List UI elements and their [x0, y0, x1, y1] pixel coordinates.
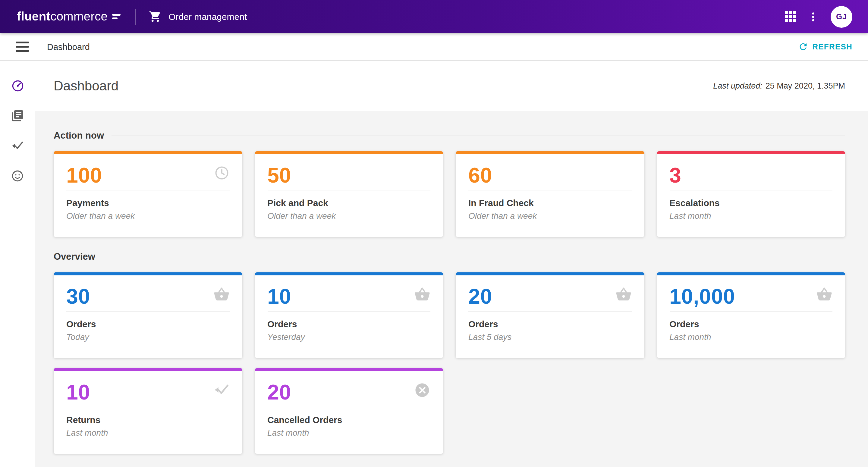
card-body: 10 Returns Last month	[54, 371, 242, 437]
returns-check-icon	[11, 139, 24, 152]
card-value: 50	[267, 161, 291, 189]
card-body: 60 In Fraud Check Older than a week	[456, 154, 644, 221]
card-divider	[66, 407, 229, 407]
sidebar-item-returns-check[interactable]	[7, 137, 28, 155]
last-updated: Last updated: 25 May 2020, 1.35PM	[713, 81, 845, 90]
stat-card[interactable]: 10 Returns Last month	[54, 368, 242, 454]
page-header: Dashboard Last updated: 25 May 2020, 1.3…	[35, 61, 868, 111]
topbar: fluentcommerce Order management GJ	[0, 0, 868, 33]
card-accent-bar	[255, 368, 443, 371]
card-value: 20	[468, 283, 492, 310]
stat-card[interactable]: 10,000 Orders Last month	[657, 272, 845, 358]
section-header: Overview	[54, 251, 845, 262]
stat-card[interactable]: 20 Orders Last 5 days	[456, 272, 644, 358]
card-top: 10	[267, 283, 430, 311]
sidebar	[0, 61, 35, 467]
card-accent-bar	[54, 151, 242, 154]
card-top: 3	[670, 161, 832, 190]
main-area: Dashboard Last updated: 25 May 2020, 1.3…	[35, 61, 868, 467]
card-label: In Fraud Check	[468, 198, 631, 208]
refresh-label: REFRESH	[812, 42, 852, 51]
card-divider	[267, 407, 430, 407]
app-label: Order management	[168, 11, 247, 22]
section-rule	[102, 256, 845, 257]
card-accent-bar	[456, 272, 644, 275]
card-body: 50 Pick and Pack Older than a week	[255, 154, 443, 221]
dashboard-section: Action now 100 Payments Older than a wee…	[54, 130, 845, 237]
last-updated-label: Last updated:	[713, 81, 763, 90]
card-label: Orders	[267, 319, 430, 329]
apps-grid-icon	[783, 9, 798, 24]
card-value: 30	[66, 283, 90, 310]
card-label: Returns	[66, 414, 229, 425]
card-label: Pick and Pack	[267, 198, 430, 208]
stat-card[interactable]: 100 Payments Older than a week	[54, 151, 242, 237]
card-divider	[66, 311, 229, 312]
card-label: Payments	[66, 198, 229, 208]
brand-name-light: commerce	[50, 10, 107, 24]
stat-card[interactable]: 3 Escalations Last month	[657, 151, 845, 237]
card-sublabel: Older than a week	[468, 211, 631, 221]
refresh-button[interactable]: REFRESH	[798, 41, 852, 52]
stat-card[interactable]: 50 Pick and Pack Older than a week	[255, 151, 443, 237]
returns-icon	[213, 382, 229, 398]
section-title: Overview	[54, 251, 95, 262]
card-body: 20 Cancelled Orders Last month	[255, 371, 443, 437]
sidebar-item-library-books[interactable]	[7, 107, 28, 125]
card-top: 20	[468, 283, 631, 311]
card-label: Cancelled Orders	[267, 414, 430, 425]
menu-button[interactable]	[12, 38, 33, 56]
card-divider	[267, 190, 430, 190]
card-top: 30	[66, 283, 229, 311]
card-sublabel: Last 5 days	[468, 332, 631, 342]
dashboard-section: Overview 30 Orders Today 10 Orders Yeste…	[54, 251, 845, 454]
avatar-initials: GJ	[836, 12, 847, 21]
card-label: Orders	[66, 319, 229, 329]
card-sublabel: Last month	[670, 211, 832, 221]
avatar[interactable]: GJ	[831, 6, 852, 27]
card-divider	[670, 311, 832, 312]
refresh-icon	[798, 41, 808, 52]
card-sublabel: Last month	[267, 428, 430, 437]
card-accent-bar	[255, 272, 443, 275]
section-header: Action now	[54, 130, 845, 141]
stat-card[interactable]: 20 Cancelled Orders Last month	[255, 368, 443, 454]
stat-card[interactable]: 60 In Fraud Check Older than a week	[456, 151, 644, 237]
card-accent-bar	[456, 151, 644, 154]
kebab-menu-icon	[807, 10, 819, 23]
card-body: 10 Orders Yesterday	[255, 275, 443, 342]
basket-icon	[816, 286, 832, 303]
card-accent-bar	[54, 272, 242, 275]
last-updated-value: 25 May 2020, 1.35PM	[766, 81, 845, 90]
card-grid: 100 Payments Older than a week 50 Pick a…	[54, 151, 845, 237]
card-value: 60	[468, 161, 492, 189]
shell: Dashboard Last updated: 25 May 2020, 1.3…	[0, 61, 868, 467]
hamburger-icon	[16, 41, 29, 52]
card-value: 100	[66, 161, 102, 189]
card-accent-bar	[54, 368, 242, 371]
card-sublabel: Last month	[670, 332, 832, 342]
clock-icon	[214, 165, 229, 181]
card-divider	[267, 311, 430, 312]
card-top: 50	[267, 161, 430, 190]
card-value: 3	[670, 161, 681, 189]
card-value: 10,000	[670, 283, 735, 310]
sidebar-item-dashboard-gauge[interactable]	[7, 76, 28, 95]
stat-card[interactable]: 10 Orders Yesterday	[255, 272, 443, 358]
card-label: Orders	[468, 319, 631, 329]
card-sublabel: Yesterday	[267, 332, 430, 342]
apps-grid-button[interactable]	[780, 6, 801, 27]
card-body: 20 Orders Last 5 days	[456, 275, 644, 342]
order-management-nav[interactable]: Order management	[149, 10, 247, 23]
topbar-divider	[135, 9, 135, 24]
dashboard-gauge-icon	[10, 79, 24, 93]
card-accent-bar	[255, 151, 443, 154]
more-options-button[interactable]	[803, 6, 824, 27]
card-top: 60	[468, 161, 631, 190]
stat-card[interactable]: 30 Orders Today	[54, 272, 242, 358]
section-rule	[111, 135, 845, 136]
basket-icon	[615, 286, 631, 303]
brand-logo: fluentcommerce	[17, 10, 120, 24]
sidebar-item-smiley-face[interactable]	[7, 167, 28, 185]
card-value: 20	[267, 378, 291, 406]
